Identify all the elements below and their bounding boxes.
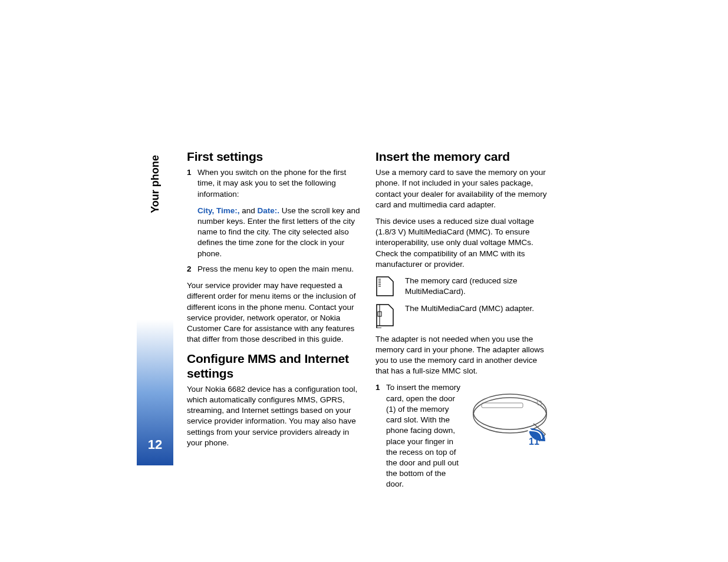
heading-insert-memory-card: Insert the memory card bbox=[375, 150, 552, 164]
keyword-line: City, Time:, and Date:. Use the scroll k… bbox=[197, 206, 364, 259]
svg-point-9 bbox=[473, 394, 546, 429]
sub-paragraph: City, Time:, and Date:. Use the scroll k… bbox=[197, 206, 364, 259]
column-right: Insert the memory card Use a memory card… bbox=[375, 150, 552, 496]
section-label: Your phone bbox=[149, 155, 162, 213]
phone-figure: 11 bbox=[470, 382, 552, 490]
memory-card-icon bbox=[375, 276, 394, 297]
paragraph: Your Nokia 6682 device has a configurati… bbox=[187, 384, 364, 448]
list-item: 1 When you switch on the phone for the f… bbox=[187, 167, 364, 200]
step-text: To insert the memory card, open the door… bbox=[386, 382, 462, 490]
adapter-icon bbox=[375, 303, 394, 328]
heading-configure-mms: Configure MMS and Internet settings bbox=[187, 352, 364, 380]
adapter-row: The MultiMediaCard (MMC) adapter. bbox=[375, 303, 552, 328]
keyword: City, Time:, bbox=[197, 206, 242, 215]
paragraph: The adapter is not needed when you use t… bbox=[375, 334, 552, 377]
page-number: 12 bbox=[148, 437, 162, 452]
icon-label: The memory card (reduced size MultiMedia… bbox=[405, 276, 552, 297]
step-number: 1 bbox=[187, 167, 197, 200]
step-text: Press the menu key to open the main menu… bbox=[197, 264, 364, 275]
text: and bbox=[242, 206, 257, 215]
step-text: When you switch on the phone for the fir… bbox=[197, 167, 364, 200]
heading-first-settings: First settings bbox=[187, 150, 364, 164]
sidebar: Your phone 12 bbox=[137, 101, 173, 465]
paragraph: Use a memory card to save the memory on … bbox=[375, 167, 552, 210]
step-number: 1 bbox=[375, 382, 386, 490]
step-number: 2 bbox=[187, 264, 197, 275]
page-content: First settings 1 When you switch on the … bbox=[187, 150, 552, 496]
paragraph: Your service provider may have requested… bbox=[187, 280, 364, 345]
figure-number: 11 bbox=[529, 437, 539, 447]
list-item: 2 Press the menu key to open the main me… bbox=[187, 264, 364, 275]
column-left: First settings 1 When you switch on the … bbox=[187, 150, 364, 496]
keyword: Date:. bbox=[258, 206, 280, 215]
memory-card-row: The memory card (reduced size MultiMedia… bbox=[375, 276, 552, 297]
list-item: 1 To insert the memory card, open the do… bbox=[375, 382, 552, 490]
paragraph: This device uses a reduced size dual vol… bbox=[375, 216, 552, 270]
svg-rect-13 bbox=[482, 403, 523, 408]
icon-label: The MultiMediaCard (MMC) adapter. bbox=[405, 303, 552, 314]
